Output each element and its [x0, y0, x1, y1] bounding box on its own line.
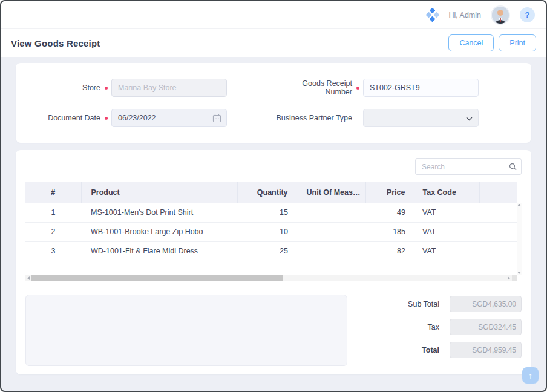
cell-product: MS-1001-Men's Dot Print Shirt	[81, 203, 237, 222]
tax-label: Tax	[428, 323, 439, 332]
store-label: Store	[16, 83, 100, 92]
header-form-panel: Store Goods Receipt Number Document Date	[16, 63, 531, 143]
goods-receipt-number-field: Goods Receipt Number	[274, 79, 531, 97]
page-content: Store Goods Receipt Number Document Date	[1, 57, 546, 374]
store-input	[111, 79, 227, 97]
document-date-field: Document Date	[16, 109, 274, 127]
document-date-picker[interactable]	[111, 109, 227, 127]
total-line: Total	[347, 342, 522, 358]
cell-blank	[479, 203, 517, 222]
cell-quantity: 10	[237, 222, 298, 241]
items-panel: #ProductQuantityUnit Of Meas…PriceTax Co…	[16, 150, 531, 374]
required-icon	[100, 87, 111, 90]
sub-total-label: Sub Total	[408, 300, 439, 309]
table-header-row: #ProductQuantityUnit Of Meas…PriceTax Co…	[25, 182, 517, 203]
summary-row: Sub Total Tax Total	[25, 295, 522, 366]
cell-product: WD-1001-Fit & Flare Midi Dress	[81, 241, 237, 261]
search-row	[25, 158, 522, 175]
topbar: Hi, Admin ?	[1, 1, 546, 29]
titlebar: View Goods Receipt Cancel Print	[1, 29, 546, 57]
cell-product: WB-1001-Brooke Large Zip Hobo	[81, 222, 237, 241]
page-title: View Goods Receipt	[11, 38, 100, 48]
scroll-up-arrow-icon[interactable]	[517, 204, 521, 206]
scroll-right-arrow-icon[interactable]	[506, 275, 512, 281]
totals-block: Sub Total Tax Total	[347, 295, 522, 366]
required-icon	[352, 87, 363, 90]
cell-index: 1	[25, 203, 81, 222]
business-partner-type-field: Business Partner Type	[274, 109, 531, 127]
calendar-icon[interactable]	[207, 114, 226, 123]
scroll-to-top-button[interactable]: ↑	[522, 367, 539, 384]
cell-uom	[298, 222, 365, 241]
business-partner-type-label: Business Partner Type	[274, 114, 352, 122]
help-button[interactable]: ?	[520, 7, 535, 22]
table-body: 1MS-1001-Men's Dot Print Shirt1549VAT2WB…	[25, 203, 517, 261]
cell-index: 2	[25, 222, 81, 241]
user-greeting: Hi, Admin	[449, 11, 482, 19]
cell-uom	[298, 203, 365, 222]
goods-receipt-number-label: Goods Receipt Number	[274, 79, 352, 96]
cell-quantity: 25	[237, 241, 298, 261]
sub-total-value	[450, 296, 522, 312]
table-empty-space	[25, 261, 517, 275]
cell-quantity: 15	[237, 203, 298, 222]
column-header	[479, 182, 517, 203]
scroll-down-arrow-icon[interactable]	[517, 272, 521, 274]
cell-blank	[479, 241, 517, 261]
apps-icon[interactable]	[426, 8, 439, 22]
horizontal-scroll-track[interactable]	[31, 275, 506, 281]
table-row: 2WB-1001-Brooke Large Zip Hobo10185VAT	[25, 222, 517, 241]
avatar[interactable]	[491, 5, 510, 25]
document-date-label: Document Date	[16, 114, 100, 122]
business-partner-type-select[interactable]	[363, 109, 479, 127]
title-actions: Cancel Print	[448, 34, 536, 51]
cell-tax_code: VAT	[414, 241, 479, 261]
store-field: Store	[16, 79, 274, 97]
cell-price: 82	[365, 241, 414, 261]
chevron-down-icon	[466, 113, 473, 123]
cell-tax_code: VAT	[414, 203, 479, 222]
items-grid: #ProductQuantityUnit Of Meas…PriceTax Co…	[25, 182, 522, 281]
total-label: Total	[422, 346, 439, 354]
print-button[interactable]: Print	[499, 34, 536, 51]
tax-value	[450, 319, 522, 335]
table-row: 3WD-1001-Fit & Flare Midi Dress2582VAT	[25, 241, 517, 261]
sub-total-line: Sub Total	[347, 296, 522, 312]
goods-receipt-number-input[interactable]	[363, 79, 479, 97]
horizontal-scrollbar[interactable]	[25, 275, 517, 281]
scrollbar-corner	[512, 275, 517, 281]
column-header: Price	[365, 182, 414, 203]
cell-tax_code: VAT	[414, 222, 479, 241]
required-icon	[100, 117, 111, 120]
tax-line: Tax	[347, 319, 522, 335]
app-window: Hi, Admin ? View Goods Receipt Cancel Pr…	[0, 0, 547, 392]
cancel-button[interactable]: Cancel	[448, 34, 494, 51]
column-header: Tax Code	[414, 182, 479, 203]
column-header: Unit Of Meas…	[298, 182, 365, 203]
horizontal-scroll-thumb[interactable]	[31, 275, 283, 281]
total-value	[450, 342, 522, 358]
search-input[interactable]	[416, 163, 504, 171]
vertical-scrollbar[interactable]	[517, 203, 522, 275]
scroll-left-arrow-icon[interactable]	[25, 275, 31, 281]
table-row: 1MS-1001-Men's Dot Print Shirt1549VAT	[25, 203, 517, 222]
remarks-textarea[interactable]	[25, 295, 347, 366]
column-header: Product	[81, 182, 237, 203]
search-icon[interactable]	[504, 163, 521, 171]
cell-uom	[298, 241, 365, 261]
cell-price: 49	[365, 203, 414, 222]
cell-blank	[479, 222, 517, 241]
column-header: Quantity	[237, 182, 298, 203]
cell-index: 3	[25, 241, 81, 261]
search-box	[415, 158, 522, 175]
cell-price: 185	[365, 222, 414, 241]
document-date-input[interactable]	[112, 114, 207, 122]
column-header: #	[25, 182, 81, 203]
